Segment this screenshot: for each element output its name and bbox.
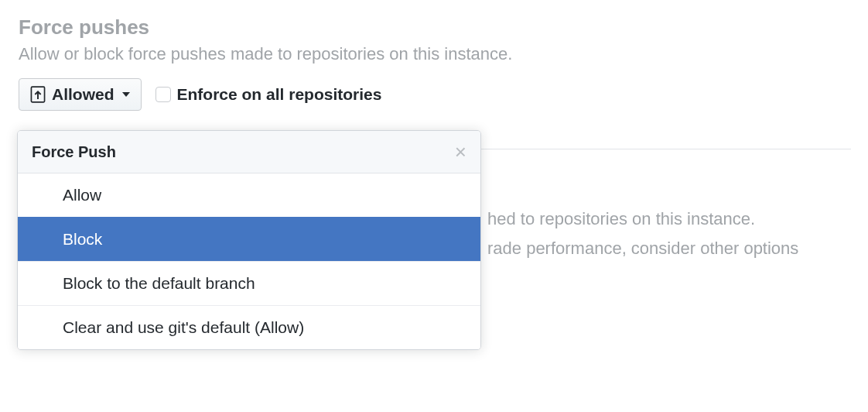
dropdown-header-title: Force Push xyxy=(32,143,116,161)
enforce-checkbox-wrap[interactable]: Enforce on all repositories xyxy=(155,85,382,104)
chevron-down-icon xyxy=(122,92,130,97)
force-push-dropdown-button[interactable]: Allowed xyxy=(19,78,142,111)
dropdown-button-label: Allowed xyxy=(52,85,114,104)
section-description: Allow or block force pushes made to repo… xyxy=(19,44,849,64)
enforce-checkbox[interactable] xyxy=(155,87,171,102)
git-push-icon xyxy=(30,86,46,103)
dropdown-header: Force Push × xyxy=(18,131,480,173)
close-icon[interactable]: × xyxy=(455,142,466,162)
menu-item-clear-and-use-git-s-default-allow[interactable]: Clear and use git's default (Allow) xyxy=(18,305,480,349)
section-title: Force pushes xyxy=(19,15,849,39)
enforce-checkbox-label: Enforce on all repositories xyxy=(177,85,382,104)
force-push-dropdown-menu: Force Push × AllowBlockBlock to the defa… xyxy=(17,130,481,350)
menu-item-block-to-the-default-branch[interactable]: Block to the default branch xyxy=(18,261,480,305)
obscured-text: rade performance, consider other options xyxy=(487,239,798,259)
menu-item-allow[interactable]: Allow xyxy=(18,173,480,217)
menu-item-block[interactable]: Block xyxy=(18,217,480,261)
obscured-text: hed to repositories on this instance. xyxy=(487,209,755,229)
